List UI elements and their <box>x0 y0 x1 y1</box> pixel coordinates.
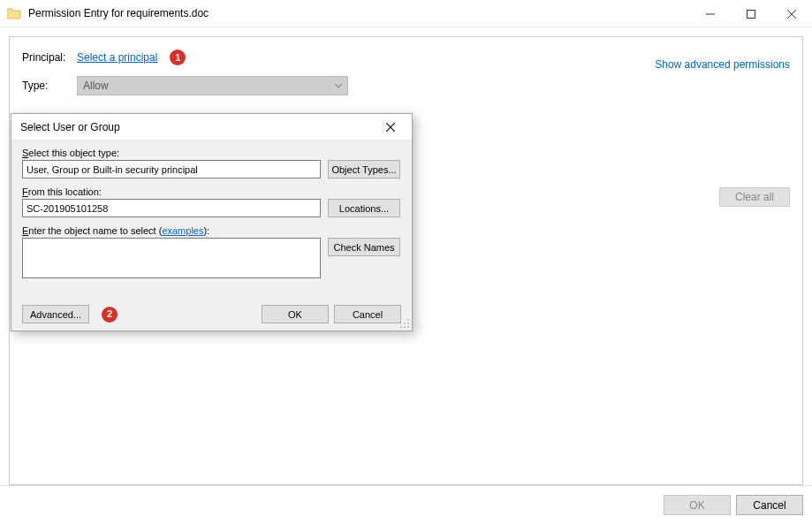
select-user-or-group-dialog: Select User or Group Select this object … <box>11 113 413 331</box>
svg-point-4 <box>400 326 402 328</box>
type-dropdown[interactable]: Allow <box>77 76 348 95</box>
show-advanced-permissions-link[interactable]: Show advanced permissions <box>655 58 790 71</box>
maximize-button[interactable] <box>731 0 771 27</box>
dialog-bottom-bar: Advanced... 2 OK Cancel <box>22 305 401 323</box>
svg-rect-0 <box>747 10 755 18</box>
object-name-row: Check Names <box>22 238 401 278</box>
window-title: Permission Entry for requirements.doc <box>28 7 209 19</box>
dialog-ok-button[interactable]: OK <box>262 305 329 323</box>
select-principal-link[interactable]: Select a principal <box>77 51 157 64</box>
type-label: Type: <box>22 80 77 92</box>
svg-point-1 <box>407 319 409 321</box>
main-titlebar: Permission Entry for requirements.doc <box>0 0 812 27</box>
annotation-1: 1 <box>170 49 186 65</box>
close-button[interactable] <box>771 0 812 27</box>
ok-button[interactable]: OK <box>664 495 731 515</box>
object-type-label: Select this object type: <box>22 148 401 158</box>
location-label: From this location: <box>22 186 401 197</box>
cancel-button[interactable]: Cancel <box>736 495 803 515</box>
dialog-cancel-button[interactable]: Cancel <box>334 305 401 323</box>
type-value: Allow <box>83 80 109 92</box>
dialog-title: Select User or Group <box>20 121 120 133</box>
principal-label: Principal: <box>22 51 77 64</box>
minimize-button[interactable] <box>690 0 731 27</box>
svg-point-2 <box>404 323 406 324</box>
dialog-close-button[interactable] <box>371 114 410 140</box>
check-names-button[interactable]: Check Names <box>328 238 400 256</box>
location-field: SC-201905101258 <box>22 199 321 217</box>
clear-all-button[interactable]: Clear all <box>719 187 790 207</box>
object-name-input[interactable] <box>22 238 321 278</box>
enter-object-name-label: Enter the object name to select (example… <box>22 225 401 236</box>
location-row: SC-201905101258 Locations... <box>22 199 401 217</box>
dialog-titlebar: Select User or Group <box>11 114 412 140</box>
svg-point-5 <box>404 326 406 328</box>
resize-grip-icon[interactable] <box>399 318 410 329</box>
dialog-body: Select this object type: User, Group or … <box>11 140 412 330</box>
object-type-field: User, Group or Built-in security princip… <box>22 160 321 178</box>
advanced-button[interactable]: Advanced... <box>22 305 89 323</box>
bottom-bar: OK Cancel <box>0 485 812 524</box>
svg-point-6 <box>407 326 409 328</box>
type-row: Type: Allow <box>22 76 790 95</box>
svg-point-3 <box>407 323 409 324</box>
examples-link[interactable]: examples <box>162 225 203 236</box>
annotation-2: 2 <box>102 307 118 323</box>
object-type-row: User, Group or Built-in security princip… <box>22 160 401 178</box>
chevron-down-icon <box>335 80 342 92</box>
window-controls <box>690 0 812 27</box>
locations-button[interactable]: Locations... <box>328 199 400 217</box>
object-types-button[interactable]: Object Types... <box>328 160 400 178</box>
folder-icon <box>7 6 21 20</box>
